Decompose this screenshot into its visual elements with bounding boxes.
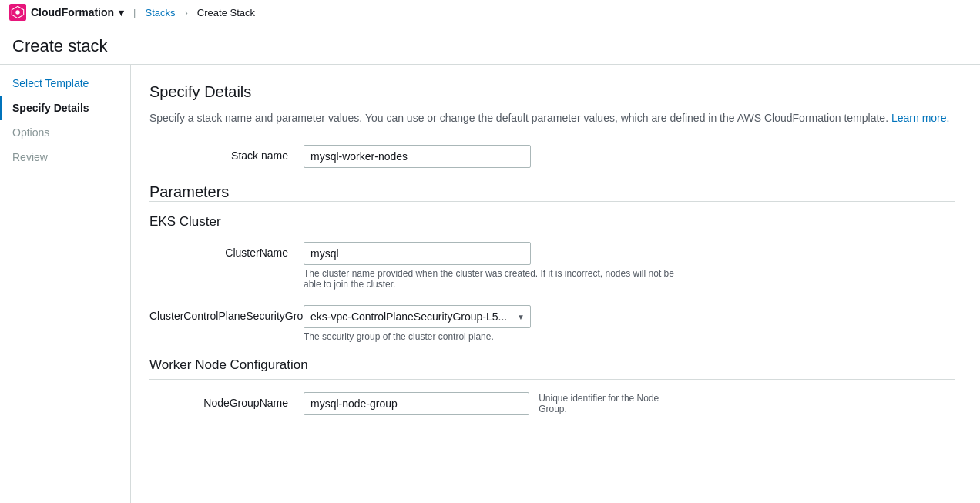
sidebar-item-select-template-label: Select Template [12,77,89,89]
section-description: Specify a stack name and parameter value… [149,110,955,126]
stack-name-input[interactable] [304,145,531,168]
breadcrumb-arrow: › [185,7,188,18]
parameters-title: Parameters [149,183,955,202]
control-plane-select-wrap: eks-vpc-ControlPlaneSecurityGroup-L5... … [304,305,531,328]
sidebar-item-options-label: Options [12,126,49,139]
cluster-name-field-wrap: The cluster name provided when the clust… [304,242,689,290]
control-plane-select[interactable]: eks-vpc-ControlPlaneSecurityGroup-L5... [304,305,531,328]
cluster-name-input[interactable] [304,242,531,265]
topbar: CloudFormation ▾ | Stacks › Create Stack [0,0,980,25]
control-plane-label: ClusterControlPlaneSecurityGroup [149,305,304,322]
breadcrumb-separator-1: | [133,7,136,18]
parameters-section: Parameters EKS Cluster ClusterName The c… [149,183,955,415]
brand-name[interactable]: CloudFormation [31,6,114,18]
breadcrumb-stacks[interactable]: Stacks [146,7,176,18]
cluster-name-group: ClusterName The cluster name provided wh… [149,242,955,290]
worker-node-section: Worker Node Configuration NodeGroupName … [149,357,955,415]
control-plane-field-wrap: eks-vpc-ControlPlaneSecurityGroup-L5... … [304,305,689,342]
learn-more-link[interactable]: Learn more. [891,112,949,124]
stack-name-label: Stack name [149,145,304,162]
eks-cluster-title: EKS Cluster [149,214,955,230]
node-group-name-field-wrap: Unique identifier for the Node Group. [304,392,689,415]
main-content: Specify Details Specify a stack name and… [131,65,980,503]
node-group-name-label: NodeGroupName [149,392,304,409]
cluster-name-help: The cluster name provided when the clust… [304,268,689,290]
svg-point-2 [15,10,20,15]
sidebar-item-options: Options [0,120,130,145]
node-group-name-help: Unique identifier for the Node Group. [539,393,689,414]
specify-details-title: Specify Details [149,83,955,101]
sidebar-item-specify-details[interactable]: Specify Details [0,96,130,120]
cloudformation-icon [9,4,26,21]
node-group-name-input[interactable] [304,392,529,415]
worker-node-title: Worker Node Configuration [149,357,955,380]
control-plane-group: ClusterControlPlaneSecurityGroup eks-vpc… [149,305,955,342]
cluster-name-label: ClusterName [149,242,304,259]
content-area: Select Template Specify Details Options … [0,65,980,503]
page-title-bar: Create stack [0,25,980,65]
eks-cluster-section: EKS Cluster ClusterName The cluster name… [149,214,955,342]
stack-name-group: Stack name [149,145,955,168]
page-title: Create stack [12,36,968,56]
brand: CloudFormation ▾ [9,4,124,21]
sidebar-item-review-label: Review [12,151,48,163]
page-container: Create stack Select Template Specify Det… [0,25,980,503]
sidebar-item-specify-details-label: Specify Details [12,102,89,114]
node-group-name-group: NodeGroupName Unique identifier for the … [149,392,955,415]
stack-name-field-wrap [304,145,689,168]
sidebar-item-review: Review [0,145,130,169]
sidebar: Select Template Specify Details Options … [0,65,131,503]
control-plane-help: The security group of the cluster contro… [304,331,689,342]
breadcrumb-create-stack: Create Stack [197,7,255,18]
sidebar-item-select-template[interactable]: Select Template [0,71,130,96]
brand-dropdown[interactable]: ▾ [119,7,124,18]
